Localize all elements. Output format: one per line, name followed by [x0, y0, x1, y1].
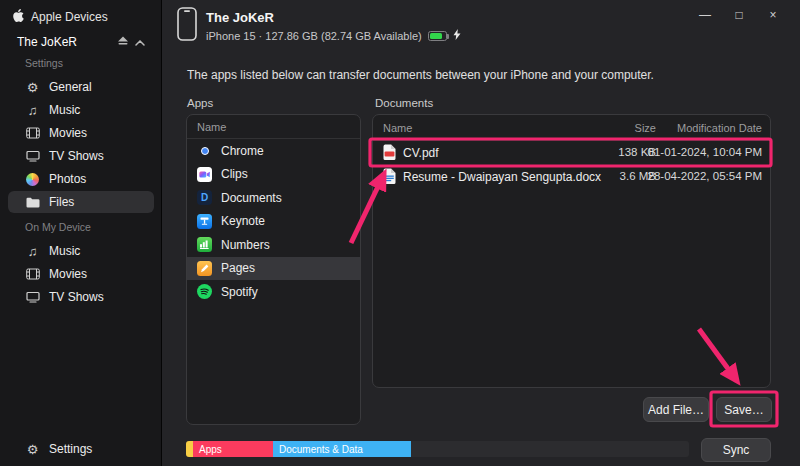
- documents-panel: Name Size Modification Date CV.pdf 138 K…: [372, 114, 771, 388]
- apps-panel-label: Apps: [187, 97, 213, 109]
- film-icon: [25, 268, 40, 280]
- transfer-description: The apps listed below can transfer docum…: [187, 68, 654, 82]
- window-controls: — □ ×: [688, 0, 790, 30]
- device-name: The JoKeR: [206, 10, 274, 25]
- sidebar-item-label: Photos: [49, 172, 86, 186]
- storage-segment-apps: Apps: [193, 441, 273, 457]
- sidebar-item-files[interactable]: Files: [8, 191, 154, 213]
- sidebar-item-movies[interactable]: Movies: [8, 122, 154, 144]
- sidebar-item-label: Music: [49, 103, 80, 117]
- spotify-icon: [197, 284, 212, 299]
- eject-icon[interactable]: [117, 35, 129, 49]
- photos-pinwheel-icon: [25, 173, 40, 186]
- sidebar-item-label: Files: [49, 195, 74, 209]
- document-name: Resume - Dwaipayan Sengupta.docx: [403, 170, 601, 184]
- sidebar-item-label: TV Shows: [49, 149, 104, 163]
- apple-logo-icon: [13, 9, 24, 25]
- storage-segment-other: [186, 441, 193, 457]
- sidebar-item-device-movies[interactable]: Movies: [8, 263, 154, 285]
- sidebar-item-label: General: [49, 80, 92, 94]
- sidebar-item-label: Movies: [49, 126, 87, 140]
- sidebar-item-label: Music: [49, 244, 80, 258]
- app-row-clips[interactable]: Clips: [187, 163, 360, 187]
- app-name: Clips: [221, 167, 248, 181]
- device-info: iPhone 15 · 127.86 GB (82.74 GB Availabl…: [206, 30, 422, 42]
- sidebar-item-tv-shows[interactable]: TV Shows: [8, 145, 154, 167]
- storage-usage-bar: Apps Documents & Data: [186, 441, 689, 457]
- gear-icon: ⚙: [25, 81, 40, 94]
- column-name: Name: [383, 122, 412, 134]
- document-modified: 01-01-2024, 10:04 PM: [648, 146, 762, 158]
- app-titlebar: Apple Devices: [13, 9, 108, 25]
- app-row-keynote[interactable]: Keynote: [187, 210, 360, 234]
- sync-button[interactable]: Sync: [701, 438, 771, 462]
- sidebar-item-music[interactable]: ♫ Music: [8, 99, 154, 121]
- document-row-cv-pdf[interactable]: CV.pdf 138 KB 01-01-2024, 10:04 PM: [373, 141, 770, 165]
- iphone-icon: [177, 7, 197, 45]
- film-icon: [25, 127, 40, 139]
- minimize-button[interactable]: —: [688, 0, 722, 30]
- apps-column-header: Name: [187, 115, 360, 139]
- app-row-numbers[interactable]: Numbers: [187, 233, 360, 257]
- app-name: Documents: [221, 191, 282, 205]
- docx-file-icon: [383, 168, 396, 187]
- pages-icon: [197, 261, 212, 276]
- sidebar-item-general[interactable]: ⚙ General: [8, 76, 154, 98]
- app-name: Spotify: [221, 285, 258, 299]
- folder-icon: [25, 197, 40, 208]
- charging-bolt-icon: [453, 29, 461, 42]
- keynote-icon: [197, 214, 212, 229]
- sidebar-item-label: Settings: [49, 442, 92, 456]
- apps-panel: Name Chrome Clips D Documents Keynote Nu…: [186, 114, 361, 425]
- app-name: Keynote: [221, 214, 265, 228]
- app-title: Apple Devices: [31, 10, 108, 24]
- sidebar-device-row[interactable]: The JoKeR: [8, 30, 154, 54]
- document-modified: 28-04-2022, 05:54 PM: [648, 170, 762, 182]
- column-size: Size: [635, 122, 656, 134]
- sidebar-section-on-my-device: On My Device: [25, 221, 91, 233]
- app-row-spotify[interactable]: Spotify: [187, 280, 360, 304]
- save-button[interactable]: Save…: [716, 397, 772, 422]
- document-name: CV.pdf: [403, 146, 439, 160]
- app-name: Numbers: [221, 238, 270, 252]
- storage-segment-documents: Documents & Data: [273, 441, 411, 457]
- documents-app-icon: D: [197, 190, 212, 205]
- sidebar-item-device-music[interactable]: ♫ Music: [8, 240, 154, 262]
- sidebar-footer-settings[interactable]: ⚙ Settings: [8, 438, 154, 460]
- chevron-up-icon[interactable]: [135, 35, 145, 49]
- numbers-icon: [197, 237, 212, 252]
- document-row-resume-docx[interactable]: Resume - Dwaipayan Sengupta.docx 3.6 MB …: [373, 165, 770, 189]
- app-row-documents[interactable]: D Documents: [187, 186, 360, 210]
- apple-devices-window: Apple Devices The JoKeR Settings ⚙ Gener…: [0, 0, 800, 466]
- documents-panel-label: Documents: [375, 97, 433, 109]
- sidebar-item-device-tv-shows[interactable]: TV Shows: [8, 286, 154, 308]
- sidebar: Apple Devices The JoKeR Settings ⚙ Gener…: [0, 0, 162, 466]
- documents-table-header: Name Size Modification Date: [373, 115, 770, 141]
- column-modification-date: Modification Date: [677, 122, 762, 134]
- music-note-icon: ♫: [25, 245, 40, 258]
- add-file-button[interactable]: Add File…: [643, 397, 709, 422]
- battery-icon: [428, 31, 447, 41]
- close-button[interactable]: ×: [756, 0, 790, 30]
- gear-icon: ⚙: [25, 443, 40, 456]
- app-name: Pages: [221, 261, 255, 275]
- tv-icon: [25, 291, 40, 303]
- sidebar-item-photos[interactable]: Photos: [8, 168, 154, 190]
- app-row-pages[interactable]: Pages: [187, 257, 360, 281]
- clips-icon: [197, 167, 212, 182]
- device-info-row: iPhone 15 · 127.86 GB (82.74 GB Availabl…: [206, 29, 461, 42]
- tv-icon: [25, 150, 40, 162]
- app-row-chrome[interactable]: Chrome: [187, 139, 360, 163]
- sidebar-item-label: Movies: [49, 267, 87, 281]
- sidebar-device-name: The JoKeR: [17, 35, 77, 49]
- app-name: Chrome: [221, 144, 264, 158]
- sidebar-item-label: TV Shows: [49, 290, 104, 304]
- maximize-button[interactable]: □: [722, 0, 756, 30]
- sidebar-section-settings: Settings: [25, 57, 63, 69]
- chrome-icon: [197, 143, 212, 158]
- pdf-file-icon: [383, 144, 396, 163]
- music-note-icon: ♫: [25, 104, 40, 117]
